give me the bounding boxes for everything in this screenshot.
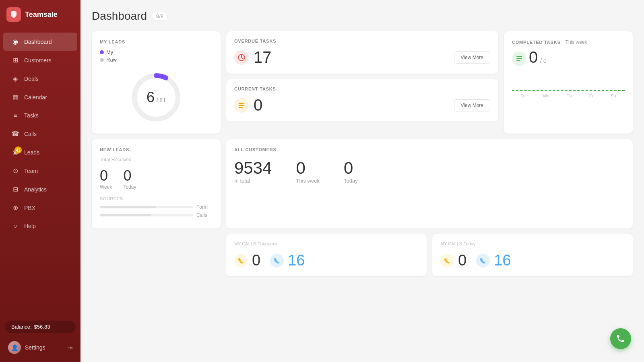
new-leads-totals: 0 Week 0 Today — [100, 167, 213, 190]
nl-today-stat: 0 Today — [123, 167, 136, 190]
tasks-column: OVERDUE TASKS 17 View More — [226, 31, 498, 134]
phone-fab-icon — [616, 334, 625, 343]
calls-today-header: MY CALLS Today — [440, 241, 625, 246]
my-calls-week-card: MY CALLS This week 0 — [226, 234, 427, 276]
sidebar-item-analytics[interactable]: ⊟ Analytics — [3, 180, 77, 198]
dashed-line — [512, 90, 625, 91]
cust-today-label: Today — [344, 178, 358, 184]
completed-header-row: COMPLETED TASKS This week — [512, 39, 625, 45]
cust-today-stat: 0 Today — [344, 158, 358, 184]
overdue-tasks-card: OVERDUE TASKS 17 View More — [226, 31, 498, 74]
new-leads-card: NEW LEADS Total Received 0 Week 0 Today … — [92, 139, 221, 228]
sidebar-item-label: Leads — [24, 149, 39, 156]
sidebar-item-label: Dashboard — [24, 39, 52, 45]
sidebar-item-help[interactable]: ○ Help — [3, 217, 77, 235]
phone-incoming-icon — [273, 257, 281, 264]
calls-today-incoming-value: 16 — [494, 252, 511, 269]
svg-rect-7 — [516, 58, 522, 59]
cust-week-label: This week — [296, 178, 320, 184]
calendar-icon: ▦ — [11, 93, 19, 101]
sidebar-item-customers[interactable]: ⊞ Customers — [3, 51, 77, 69]
logo-text: Teamsale — [25, 10, 58, 19]
outgoing-call-today-icon — [440, 254, 454, 267]
calls-week-header: MY CALLS This week — [234, 241, 419, 246]
completed-num: 0 — [529, 48, 538, 66]
sidebar-item-deals[interactable]: ◈ Deals — [3, 70, 77, 88]
source-calls-bar — [100, 214, 151, 216]
sidebar-item-label: Calls — [24, 131, 37, 137]
call-fab-button[interactable] — [610, 328, 631, 349]
dashboard-grid: MY LEADS My Raw — [92, 31, 633, 276]
sidebar-item-label: Deals — [24, 76, 39, 82]
overdue-view-more-button[interactable]: View More — [454, 51, 490, 64]
current-view-more-button[interactable]: View More — [454, 99, 490, 111]
sources-label: Sources — [100, 196, 213, 201]
source-calls-row: Calls — [100, 212, 213, 218]
source-form-name: Form — [196, 204, 213, 210]
sidebar-item-calendar[interactable]: ▦ Calendar — [3, 88, 77, 106]
current-count: 0 — [254, 96, 262, 114]
cust-week-value: 0 — [296, 158, 320, 178]
main-content: Dashboard 8/8 MY LEADS My Raw — [80, 0, 644, 362]
calls-week-stats: 0 16 — [234, 252, 419, 269]
logo[interactable]: Teamsale — [0, 0, 80, 29]
logo-icon — [6, 7, 21, 22]
svg-rect-4 — [239, 105, 244, 106]
leads-badge: 41 — [14, 146, 22, 154]
this-week-label: This week — [566, 39, 587, 45]
current-tasks-card: CURRENT TASKS 0 View More — [226, 79, 498, 121]
pbx-icon: ⊕ — [11, 204, 19, 212]
nl-week-stat: 0 Week — [100, 167, 112, 190]
sidebar-item-leads[interactable]: 41 ◉ Leads — [3, 143, 77, 161]
sidebar-bottom: Balance: $56.83 👤 Settings ⇥ — [0, 316, 80, 362]
logout-icon[interactable]: ⇥ — [67, 344, 72, 352]
sidebar-item-team[interactable]: ⊙ Team — [3, 162, 77, 180]
donut-center: 6 / 81 — [147, 89, 166, 106]
source-calls-bar-bg — [100, 214, 193, 216]
calls-week-incoming: 16 — [270, 252, 305, 269]
nl-today-label: Today — [123, 184, 136, 190]
sidebar-item-tasks[interactable]: ≡ Tasks — [3, 107, 77, 124]
check-list-icon — [515, 55, 523, 63]
calls-row: MY CALLS This week 0 — [226, 234, 633, 276]
list-icon — [237, 101, 246, 109]
customers-stats: 9534 In total 0 This week 0 Today — [234, 158, 625, 184]
source-form-row: Form — [100, 204, 213, 210]
sidebar-item-label: Analytics — [24, 186, 47, 193]
nl-today-value: 0 — [123, 167, 136, 184]
overdue-label: OVERDUE TASKS — [234, 39, 490, 43]
new-leads-label: NEW LEADS — [100, 147, 213, 152]
all-customers-card: ALL CUSTOMERS 9534 In total 0 This week … — [226, 139, 633, 228]
calls-today-incoming: 16 — [476, 252, 511, 269]
sidebar-item-pbx[interactable]: ⊕ PBX — [3, 199, 77, 217]
all-customers-label: ALL CUSTOMERS — [234, 147, 625, 152]
sidebar-item-label: PBX — [24, 205, 35, 211]
completed-task-icon — [512, 51, 526, 66]
legend-dot-my — [100, 50, 104, 54]
sidebar-item-calls[interactable]: ☎ Calls — [3, 125, 77, 143]
sidebar-item-dashboard[interactable]: ◉ Dashboard — [3, 33, 77, 51]
my-calls-today-card: MY CALLS Today 0 — [432, 234, 633, 276]
phone-outgoing-today-icon — [444, 257, 451, 264]
chart-days: Tu We Th Fr Sa — [512, 93, 625, 98]
legend-dot-raw — [100, 58, 104, 62]
sidebar-item-label: Customers — [24, 57, 52, 64]
cust-total-value: 9534 — [234, 158, 272, 178]
tasks-icon: ≡ — [11, 112, 19, 119]
source-form-bar — [100, 206, 156, 208]
donut-number: 6 — [147, 89, 155, 105]
source-form-bar-bg — [100, 206, 193, 208]
donut-wrap: 6 / 81 — [128, 69, 184, 125]
my-leads-card: MY LEADS My Raw — [92, 31, 221, 134]
dashboard-icon: ◉ — [11, 38, 19, 45]
analytics-icon: ⊟ — [11, 185, 19, 193]
svg-rect-6 — [516, 56, 522, 57]
page-badge: 8/8 — [152, 12, 168, 21]
calls-today-stats: 0 16 — [440, 252, 625, 269]
customers-icon: ⊞ — [11, 56, 19, 64]
settings-label[interactable]: Settings — [25, 344, 63, 351]
calls-today-outgoing-value: 0 — [458, 252, 466, 269]
svg-rect-8 — [516, 60, 520, 61]
current-tasks-row: 0 View More — [234, 96, 490, 114]
calls-week-incoming-value: 16 — [288, 252, 305, 269]
